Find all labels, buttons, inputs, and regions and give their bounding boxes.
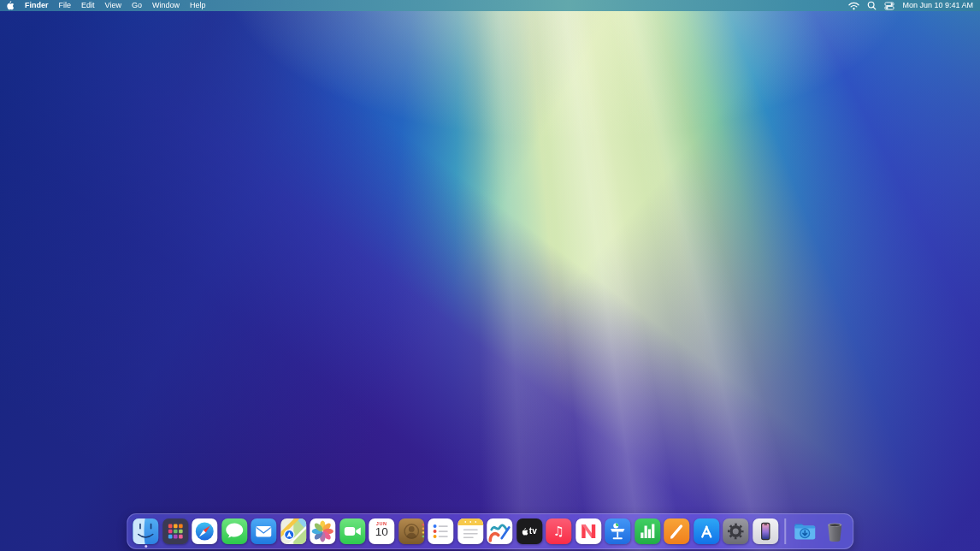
tv-label: tv	[529, 527, 537, 536]
appstore-icon	[694, 518, 719, 544]
launchpad-icon	[162, 518, 188, 544]
dock-item-calendar[interactable]: JUN 10	[369, 518, 394, 544]
dock: JUN 10	[127, 513, 853, 549]
dock-item-pages[interactable]	[664, 518, 689, 544]
numbers-icon	[635, 518, 660, 544]
menu-bar-clock[interactable]: Mon Jun 10 9:41 AM	[902, 0, 973, 11]
maps-icon	[280, 518, 306, 544]
downloads-folder-icon	[792, 518, 818, 544]
news-icon	[576, 518, 601, 544]
iphone-mirroring-icon	[753, 518, 778, 544]
menu-item-finder[interactable]: Finder	[25, 0, 49, 11]
menu-item-edit[interactable]: Edit	[81, 0, 95, 11]
dock-item-photos[interactable]	[310, 518, 335, 544]
pages-icon	[664, 518, 689, 544]
menu-bar-left: Finder File Edit View Go Window Help	[7, 0, 205, 11]
dock-item-messages[interactable]	[221, 518, 247, 544]
menu-item-window[interactable]: Window	[152, 0, 180, 11]
dock-item-launchpad[interactable]	[162, 518, 188, 544]
dock-item-settings[interactable]	[723, 518, 748, 544]
messages-icon	[221, 518, 247, 544]
dock-item-keynote[interactable]	[605, 518, 630, 544]
music-note-icon: ♫	[553, 525, 564, 538]
menu-item-view[interactable]: View	[105, 0, 121, 11]
dock-item-appstore[interactable]	[694, 518, 719, 544]
menu-bar: Finder File Edit View Go Window Help	[0, 0, 980, 11]
dock-item-music[interactable]: ♫	[546, 518, 571, 544]
finder-running-indicator	[145, 545, 147, 548]
dock-item-numbers[interactable]	[635, 518, 660, 544]
dock-item-notes[interactable]	[458, 518, 483, 544]
facetime-icon	[339, 518, 365, 544]
dock-item-iphone-mirroring[interactable]	[753, 518, 778, 544]
photos-icon	[310, 518, 335, 544]
keynote-icon	[605, 518, 630, 544]
desktop-wallpaper	[0, 0, 980, 551]
finder-icon	[133, 518, 158, 544]
dock-item-reminders[interactable]	[428, 518, 453, 544]
dock-item-contacts[interactable]	[398, 518, 424, 544]
search-icon[interactable]	[867, 1, 877, 10]
settings-gear-icon	[723, 518, 748, 544]
menu-item-file[interactable]: File	[59, 0, 72, 11]
apple-logo-icon	[7, 1, 15, 10]
mail-icon	[251, 518, 276, 544]
dock-item-tv[interactable]: tv	[517, 518, 542, 544]
trash-icon	[822, 518, 847, 544]
freeform-icon	[487, 518, 512, 544]
dock-item-maps[interactable]	[280, 518, 306, 544]
tv-apple-glyph	[522, 528, 528, 536]
apple-menu[interactable]	[7, 1, 15, 10]
wifi-icon[interactable]	[848, 2, 859, 10]
reminders-icon	[428, 518, 453, 544]
menu-item-go[interactable]: Go	[132, 0, 142, 11]
dock-item-trash[interactable]	[822, 518, 847, 544]
notes-icon	[458, 518, 483, 544]
dock-divider	[784, 518, 786, 544]
control-center-icon[interactable]	[884, 2, 894, 10]
dock-item-safari[interactable]	[192, 518, 217, 544]
menu-bar-status: Mon Jun 10 9:41 AM	[848, 0, 973, 11]
dock-item-freeform[interactable]	[487, 518, 512, 544]
dock-item-news[interactable]	[576, 518, 601, 544]
menu-item-help[interactable]: Help	[190, 0, 206, 11]
dock-item-mail[interactable]	[251, 518, 276, 544]
desktop: Finder File Edit View Go Window Help	[0, 0, 980, 551]
contacts-icon	[398, 518, 424, 544]
safari-icon	[192, 518, 217, 544]
dock-item-facetime[interactable]	[339, 518, 365, 544]
dock-item-finder[interactable]	[133, 518, 158, 544]
calendar-day-label: 10	[375, 526, 388, 538]
dock-item-downloads[interactable]	[792, 518, 818, 544]
